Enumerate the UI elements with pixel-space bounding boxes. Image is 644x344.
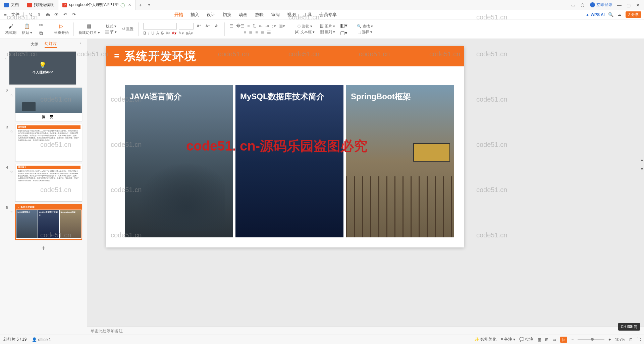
tab-vip[interactable]: 会员专享 <box>319 12 337 18</box>
print-icon[interactable]: 🖶 <box>45 12 50 17</box>
textbox-button[interactable]: [A] 文本框 ▾ <box>295 30 315 35</box>
indent-dec-icon[interactable]: ⇤ <box>259 23 263 28</box>
tab-transition[interactable]: 切换 <box>223 12 231 18</box>
file-menu[interactable]: 文件 <box>11 12 19 17</box>
zoom-in-icon[interactable]: + <box>608 337 611 342</box>
zoom-slider[interactable] <box>578 339 604 340</box>
notes-toggle[interactable]: ≡ 备注 ▾ <box>500 337 515 342</box>
distribute-icon[interactable]: ☰ <box>267 30 271 35</box>
cloud-icon[interactable]: ☁ <box>617 12 622 17</box>
font-family-select[interactable] <box>143 23 177 30</box>
tab-insert[interactable]: 插入 <box>191 12 199 18</box>
align-l-icon[interactable]: ≡ <box>244 30 247 35</box>
align-r-icon[interactable]: ≡ <box>255 30 258 35</box>
maximize-button[interactable]: ▢ <box>627 3 631 7</box>
current-slide[interactable]: ≡ 系统开发环境 JAVA语言简介 MySQL数据库技术简介 SpringBoo… <box>106 46 464 247</box>
tab-home[interactable]: 开始 <box>174 12 183 18</box>
shape-button[interactable]: ◇ 形状 ▾ <box>297 24 312 29</box>
tab-view[interactable]: 视图 <box>287 12 296 18</box>
expand-icon[interactable]: ⛶ <box>637 337 641 342</box>
play-from-current-button[interactable]: ▷当页开始 <box>52 21 71 37</box>
columns-icon[interactable]: ▥▾ <box>279 23 285 28</box>
ime-indicator[interactable]: CH ⌨ 简 <box>618 323 640 331</box>
align-left-icon[interactable]: ≡ <box>247 23 250 28</box>
notes-pane[interactable]: 单击此处添加备注 <box>87 327 644 335</box>
fit-icon[interactable]: ⊡ <box>629 337 633 342</box>
save-icon[interactable]: 🖫 <box>28 12 33 17</box>
tab-review[interactable]: 审阅 <box>271 12 280 18</box>
wps-ai-button[interactable]: ▲ WPS AI <box>585 12 604 17</box>
view-sorter-icon[interactable]: ⊞ <box>545 337 548 342</box>
tab-templates[interactable]: 找稻壳模板 <box>23 0 58 10</box>
export-icon[interactable]: ⇪ <box>36 12 42 17</box>
star-icon[interactable]: ☆ <box>4 51 7 61</box>
view-slideshow-icon[interactable]: ▷ <box>560 337 567 343</box>
close-icon[interactable]: ✕ <box>128 3 131 7</box>
view-normal-icon[interactable]: ▦ <box>537 337 541 342</box>
select-button[interactable]: ⬚ 选择 ▾ <box>358 30 372 35</box>
tab-menu-button[interactable]: ▾ <box>145 3 153 7</box>
numbering-icon[interactable]: �☰ <box>236 23 245 28</box>
slides-tab[interactable]: 幻灯片 <box>45 41 57 48</box>
undo-icon[interactable]: ↶ <box>62 12 68 17</box>
fill-color-icon[interactable]: ◧▾ <box>340 22 347 29</box>
redo-icon[interactable]: ↷ <box>71 12 76 17</box>
indent-inc-icon[interactable]: ⇥ <box>265 23 269 28</box>
zoom-value[interactable]: 107% <box>615 337 625 342</box>
star-icon[interactable]: ☆ <box>10 164 13 174</box>
vertical-scrollbar[interactable]: ▴▾ <box>641 157 643 171</box>
text-direction-icon[interactable]: ↕▾ <box>272 23 276 28</box>
view-reading-icon[interactable]: ▭ <box>552 337 556 342</box>
strikethrough-icon[interactable]: S <box>161 31 164 36</box>
bullets-icon[interactable]: ☰ <box>229 23 233 28</box>
outline-tab[interactable]: 大纲 <box>31 42 39 47</box>
star-icon[interactable]: ☆ <box>10 88 13 97</box>
slide-thumb-5[interactable]: ≡ 系统开发环境JAVA语言简介MySQL数据库技术简介SpringBoot框架 <box>15 204 82 240</box>
strike-icon[interactable]: A <box>156 31 159 36</box>
window-mode-icon[interactable]: ▭ <box>571 3 576 7</box>
cut-icon[interactable]: ✂ <box>38 22 44 28</box>
tab-tools[interactable]: 工具 <box>303 12 312 18</box>
thumbnail-list[interactable]: ☆💡个人理财APP 2☆摘 要 3☆研究背景随着科技的进步和社会的发展，人们对于… <box>0 50 87 335</box>
add-slide-button[interactable]: + <box>4 242 83 254</box>
beautify-button[interactable]: ✨ 智能美化 <box>474 337 496 342</box>
new-slide-button[interactable]: ▦新建幻灯片 ▾ <box>76 21 102 37</box>
login-button[interactable]: 立即登录 <box>590 2 612 8</box>
copy-icon[interactable]: ⧉ <box>38 30 44 37</box>
find-button[interactable]: 🔍 查找 ▾ <box>357 24 373 29</box>
tab-animation[interactable]: 动画 <box>239 12 248 18</box>
format-painter-button[interactable]: 🖌格式刷 <box>3 21 18 37</box>
slide-thumb-4[interactable]: 研究意义随着科技的进步和社会的发展，人们对于金融理财的需求日益增长。传统的理财方… <box>15 164 82 202</box>
font-size-select[interactable] <box>179 23 194 30</box>
italic-icon[interactable]: I <box>148 31 149 36</box>
star-icon[interactable]: ☆ <box>10 204 13 214</box>
increase-font-icon[interactable]: A⁺ <box>196 23 202 30</box>
tab-design[interactable]: 设计 <box>207 12 215 18</box>
align-j-icon[interactable]: ≣ <box>261 30 264 35</box>
underline-icon[interactable]: U <box>151 31 154 36</box>
highlight-icon[interactable]: ✎▾ <box>178 31 184 36</box>
bold-icon[interactable]: B <box>143 31 146 36</box>
star-icon[interactable]: ☆ <box>10 124 13 133</box>
collapse-panel-icon[interactable]: ‹ <box>80 41 81 46</box>
preview-icon[interactable]: 👁 <box>54 12 59 17</box>
tab-current-file[interactable]: Pspringboot个人理财APP PP◯✕ <box>58 0 136 10</box>
slide-thumb-2[interactable]: 摘 要 <box>15 88 82 121</box>
slide-canvas[interactable]: ≡ 系统开发环境 JAVA语言简介 MySQL数据库技术简介 SpringBoo… <box>87 39 644 335</box>
share-button[interactable]: ⤴ 分享 <box>626 11 641 18</box>
paste-button[interactable]: 📋粘贴 ▾ <box>20 21 34 37</box>
new-tab-button[interactable]: + <box>136 2 145 8</box>
align-c-icon[interactable]: ≣ <box>249 30 253 35</box>
section-button[interactable]: ▤ 节 ▾ <box>105 30 117 35</box>
picture-button[interactable]: 🖼 图片 ▾ <box>320 24 335 29</box>
font-color-icon[interactable]: A▾ <box>172 31 176 36</box>
layout-button[interactable]: 版式 ▾ <box>106 24 116 29</box>
close-button[interactable]: ✕ <box>636 3 641 7</box>
tab-slideshow[interactable]: 放映 <box>255 12 264 18</box>
arrange-button[interactable]: ▦ 排列 ▾ <box>320 30 335 35</box>
decrease-font-icon[interactable]: A⁻ <box>204 23 211 30</box>
clear-format-icon[interactable]: A̷ <box>213 23 220 30</box>
menu-icon[interactable]: ≡ <box>3 12 8 17</box>
slide-thumb-3[interactable]: 研究背景随着科技的进步和社会的发展，人们对于金融理财的需求日益增长。传统的理财方… <box>15 124 82 161</box>
superscript-icon[interactable]: X² <box>166 31 170 36</box>
